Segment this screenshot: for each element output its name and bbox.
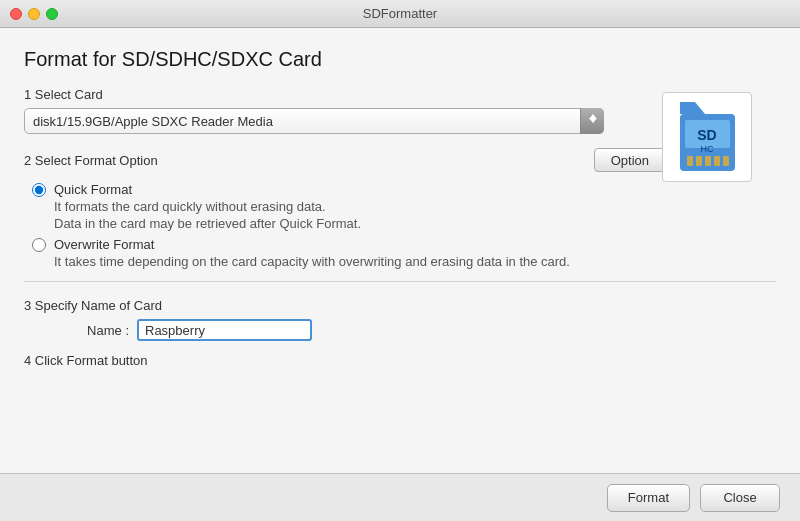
option-button[interactable]: Option <box>594 148 666 172</box>
overwrite-format-label[interactable]: Overwrite Format <box>32 237 776 252</box>
quick-format-desc2: Data in the card may be retrieved after … <box>54 216 776 231</box>
name-row: Name : <box>74 319 776 341</box>
svg-rect-6 <box>705 156 711 166</box>
maximize-window-button[interactable] <box>46 8 58 20</box>
svg-text:HC: HC <box>700 144 713 154</box>
window-title: SDFormatter <box>363 6 437 21</box>
quick-format-text: Quick Format <box>54 182 132 197</box>
content-area: SD HC Format for SD/SDHC/SDXC Card 1 Sel… <box>24 48 776 457</box>
svg-rect-8 <box>723 156 729 166</box>
quick-format-desc1: It formats the card quickly without eras… <box>54 199 776 214</box>
card-select-wrapper[interactable]: disk1/15.9GB/Apple SDXC Reader Media <box>24 108 604 134</box>
section4-label: 4 Click Format button <box>24 353 776 368</box>
section3-label: 3 Specify Name of Card <box>24 298 776 313</box>
overwrite-format-desc: It takes time depending on the card capa… <box>54 254 776 269</box>
name-input[interactable] <box>137 319 312 341</box>
app-title: Format for SD/SDHC/SDXC Card <box>24 48 776 71</box>
close-button[interactable]: Close <box>700 484 780 512</box>
quick-format-radio[interactable] <box>32 183 46 197</box>
sd-card-image: SD HC <box>662 92 752 182</box>
main-content: SD HC Format for SD/SDHC/SDXC Card 1 Sel… <box>0 28 800 473</box>
window-controls <box>10 8 58 20</box>
overwrite-format-item: Overwrite Format It takes time depending… <box>32 237 776 269</box>
bottom-bar: Format Close <box>0 473 800 521</box>
overwrite-format-text: Overwrite Format <box>54 237 154 252</box>
close-window-button[interactable] <box>10 8 22 20</box>
section2-label: 2 Select Format Option <box>24 153 158 168</box>
format-button[interactable]: Format <box>607 484 690 512</box>
minimize-window-button[interactable] <box>28 8 40 20</box>
svg-rect-4 <box>687 156 693 166</box>
svg-marker-1 <box>680 102 705 114</box>
format-radio-group: Quick Format It formats the card quickly… <box>32 182 776 269</box>
divider <box>24 281 776 282</box>
name-field-label: Name : <box>74 323 129 338</box>
quick-format-item: Quick Format It formats the card quickly… <box>32 182 776 231</box>
svg-rect-5 <box>696 156 702 166</box>
svg-rect-7 <box>714 156 720 166</box>
quick-format-label[interactable]: Quick Format <box>32 182 776 197</box>
titlebar: SDFormatter <box>0 0 800 28</box>
section3: 3 Specify Name of Card Name : <box>24 298 776 341</box>
svg-text:SD: SD <box>697 127 716 143</box>
overwrite-format-radio[interactable] <box>32 238 46 252</box>
card-select[interactable]: disk1/15.9GB/Apple SDXC Reader Media <box>24 108 604 134</box>
